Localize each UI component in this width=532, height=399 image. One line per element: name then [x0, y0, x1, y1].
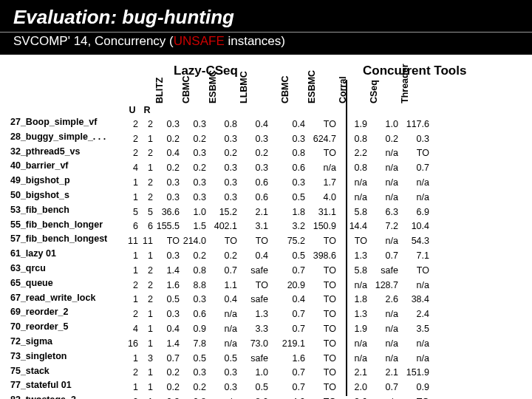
row-name: 32_pthread5_vs	[10, 145, 125, 160]
cell: 624.7	[307, 132, 338, 146]
cell: 151.9	[400, 366, 431, 381]
cell: n/a	[369, 233, 400, 248]
col-llbmc: LLBMC	[239, 80, 270, 117]
cell: n/a	[369, 395, 400, 399]
cell: TO	[307, 278, 338, 293]
cell: 0.6	[181, 307, 208, 321]
cell: 1.9	[338, 117, 369, 132]
cell: 0.3	[280, 175, 307, 190]
col-cbmc: CBMC	[181, 80, 208, 117]
title-bar: Evaluation: bug-hunting	[0, 0, 532, 32]
cell: 0.7	[280, 321, 307, 336]
cell	[270, 190, 280, 205]
cell: 6.9	[400, 205, 431, 219]
cell: TO	[307, 307, 338, 321]
table-row: 220.40.30.20.20.8TO2.2n/aTO	[125, 146, 431, 161]
cell: 2	[125, 132, 140, 146]
cell: 0.8	[280, 146, 307, 161]
row-name: 55_fib_bench_longer	[10, 218, 125, 233]
cell: 0.7	[280, 380, 307, 395]
col-esbmc: ESBMC	[208, 80, 239, 117]
col-cseq: CSeq	[369, 80, 400, 117]
cell: 0.8	[338, 132, 369, 146]
cell: 6	[140, 219, 154, 234]
content-area: 27_Boop_simple_vf28_buggy_simple_. . .32…	[0, 55, 532, 399]
cell: n/a	[208, 321, 239, 336]
cell: 1	[125, 380, 140, 395]
table-row: 121.40.80.7safe0.7TO5.8safeTO	[125, 263, 431, 278]
cell: 2	[140, 293, 154, 307]
cell: 2	[140, 190, 154, 205]
row-name: 75_stack	[10, 364, 125, 379]
col-threader: Threader	[400, 80, 431, 117]
cell: 31.1	[307, 205, 338, 219]
cell: n/a	[400, 175, 431, 190]
cell: 6.3	[369, 205, 400, 219]
cell: TO	[307, 380, 338, 395]
cell: 0.3	[181, 366, 208, 381]
table-row: 210.30.8n/a8.04.9TO3.6n/aTO	[125, 395, 431, 399]
cell: TO	[208, 233, 239, 248]
cell: 2.4	[400, 307, 431, 321]
cell: 0.5	[181, 351, 208, 366]
cell: n/a	[307, 160, 338, 175]
cell: 0.5	[154, 293, 181, 307]
cell: 0.3	[208, 132, 239, 146]
cell: 2.2	[338, 146, 369, 161]
cell	[270, 278, 280, 293]
col-corral: Corral	[338, 80, 369, 117]
cell: TO	[307, 351, 338, 366]
cell: 4.9	[280, 395, 307, 399]
cell: 0.3	[154, 190, 181, 205]
row-name: 61_lazy 01	[10, 247, 125, 262]
cell: 0.3	[154, 248, 181, 263]
cell	[270, 160, 280, 175]
cell: TO	[307, 117, 338, 132]
table-row: 120.30.30.30.60.31.7n/an/an/a	[125, 175, 431, 190]
cell	[270, 380, 280, 395]
cell: 0.3	[154, 395, 181, 399]
cell: n/a	[400, 278, 431, 293]
cell: 11	[125, 233, 140, 248]
cell: 1.4	[154, 263, 181, 278]
cell: n/a	[369, 351, 400, 366]
cell: 1	[125, 175, 140, 190]
cell: 0.3	[208, 160, 239, 175]
cell: 150.9	[307, 219, 338, 234]
cell: n/a	[208, 307, 239, 321]
cell: TO	[239, 233, 270, 248]
col-r: R	[140, 80, 154, 117]
cell: TO	[400, 395, 431, 399]
table-wrap: Lazy-CSeq Concurrent Tools U R BLITZ CBM…	[125, 64, 522, 399]
cell: 0.7	[280, 366, 307, 381]
cell: 0.2	[154, 132, 181, 146]
cell: safe	[239, 293, 270, 307]
cell: 5.8	[338, 205, 369, 219]
cell: 219.1	[280, 336, 307, 351]
cell: 1.8	[338, 293, 369, 307]
vertical-divider	[346, 80, 347, 396]
cell: 1.3	[338, 307, 369, 321]
cell	[270, 248, 280, 263]
cell: 1	[140, 307, 154, 321]
cell: n/a	[369, 321, 400, 336]
cell: n/a	[400, 336, 431, 351]
cell: 1.3	[239, 307, 270, 321]
cell: 0.2	[208, 248, 239, 263]
cell: n/a	[208, 336, 239, 351]
cell: 0.4	[239, 248, 270, 263]
cell: n/a	[338, 190, 369, 205]
col-u: U	[125, 80, 140, 117]
cell: n/a	[338, 175, 369, 190]
row-name: 63_qrcu	[10, 262, 125, 276]
cell: 5	[125, 205, 140, 219]
table-row: 410.40.9n/a3.30.7TO1.9n/a3.5	[125, 321, 431, 336]
cell: 0.7	[400, 160, 431, 175]
col-cbmc2: CBMC	[280, 80, 307, 117]
cell: 214.0	[181, 233, 208, 248]
cell: 0.4	[280, 117, 307, 132]
cell: 0.4	[208, 293, 239, 307]
table-row: 1611.47.8n/a73.0219.1TOn/an/an/a	[125, 336, 431, 351]
cell: 2	[140, 175, 154, 190]
table-row: 110.20.20.30.50.7TO2.00.70.9	[125, 380, 431, 395]
